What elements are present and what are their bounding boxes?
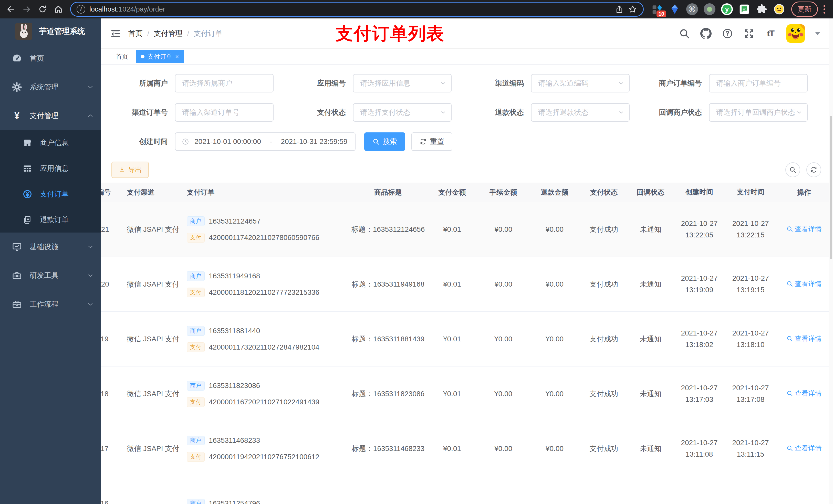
font-size-icon[interactable]: tT <box>765 28 776 39</box>
sidebar-item-app-info[interactable]: 应用信息 <box>0 156 101 181</box>
app-logo[interactable]: 芋道管理系统 <box>0 19 101 44</box>
avatar-caret-icon[interactable] <box>815 32 820 38</box>
sidebar-item-pay-order[interactable]: 支付订单 <box>0 181 101 207</box>
refund-status-input[interactable] <box>531 103 629 122</box>
profile-emoji-icon[interactable] <box>772 2 786 16</box>
merchant-order-no-input[interactable] <box>709 74 808 93</box>
tab-home[interactable]: 首页 <box>111 50 133 63</box>
app-select[interactable] <box>353 74 452 93</box>
sidebar-item-refund-order[interactable]: 退款订单 <box>0 207 101 233</box>
help-icon[interactable] <box>722 28 733 39</box>
chevron-down-icon <box>87 272 94 279</box>
browser-update-button[interactable]: 更新 <box>791 2 818 17</box>
app-input[interactable] <box>353 74 452 93</box>
table-row[interactable]: 116 商户1635311254796 <box>101 476 833 504</box>
create-time-range-picker[interactable]: 2021-10-01 00:00:00 - 2021-10-31 23:59:5… <box>175 133 356 151</box>
view-detail-link[interactable]: 查看详情 <box>786 334 822 343</box>
extension-blocks-icon[interactable]: 10 <box>650 2 664 16</box>
sidebar-item-infra[interactable]: 基础设施 <box>0 233 101 261</box>
address-bar[interactable]: i localhost:1024/pay/order <box>70 2 644 17</box>
home-button[interactable] <box>51 2 66 16</box>
breadcrumb-home[interactable]: 首页 <box>128 29 143 39</box>
search-icon[interactable] <box>679 28 690 39</box>
search-button[interactable]: 搜索 <box>364 133 405 151</box>
extension-kite-icon[interactable] <box>668 2 682 16</box>
refund-status-select[interactable] <box>531 103 629 122</box>
site-info-icon[interactable]: i <box>77 5 85 14</box>
sidebar-item-merchant-info[interactable]: 商户信息 <box>0 130 101 156</box>
forward-button[interactable] <box>20 2 34 16</box>
refund-amount: ¥0.00 <box>529 390 580 398</box>
extension-chat-icon[interactable] <box>737 2 751 16</box>
page-scrollbar[interactable] <box>829 19 833 504</box>
document-icon <box>23 215 32 224</box>
channel-code-select[interactable] <box>531 74 629 93</box>
sidebar-item-home[interactable]: 首页 <box>0 44 101 73</box>
col-header: 编号 <box>101 188 111 197</box>
sidebar-item-label: 首页 <box>30 53 94 63</box>
table-row[interactable]: 120 微信 JSAPI 支付 商户1635311949168 支付420000… <box>101 257 833 312</box>
toolbox-icon <box>12 299 22 309</box>
extension-record-icon[interactable] <box>703 2 716 16</box>
pay-time: 2021-10-2713:11:15 <box>725 437 776 460</box>
refresh-button[interactable] <box>806 162 821 177</box>
merchant-tag: 商户 <box>187 436 205 446</box>
channel-code-input[interactable] <box>531 74 629 93</box>
notify-status: 未通知 <box>627 334 674 344</box>
yen-circle-icon <box>23 189 32 199</box>
gear-icon <box>12 82 22 92</box>
main-area: 首页 / 支付管理 / 支付订单 支付订单列表 <box>101 19 833 504</box>
close-icon[interactable]: × <box>175 53 179 60</box>
url-text: localhost:1024/pay/order <box>89 5 165 13</box>
table-row[interactable]: 118 微信 JSAPI 支付 商户1635311823086 支付420000… <box>101 366 833 421</box>
github-icon[interactable] <box>700 28 712 39</box>
table-row[interactable]: 121 微信 JSAPI 支付 商户1635312124657 支付420000… <box>101 202 833 257</box>
reload-button[interactable] <box>35 2 50 16</box>
bookmark-star-icon[interactable] <box>628 5 637 14</box>
merchant-order-no: 1635312124657 <box>209 217 261 225</box>
notify-status-input[interactable] <box>709 103 808 122</box>
pay-status-input[interactable] <box>353 103 452 122</box>
back-button[interactable] <box>4 2 18 16</box>
breadcrumb-section[interactable]: 支付管理 <box>154 29 183 39</box>
notify-status-select[interactable] <box>709 103 808 122</box>
filter-label: 支付状态 <box>289 107 346 117</box>
export-button[interactable]: 导出 <box>112 162 149 178</box>
pay-channel: 微信 JSAPI 支付 <box>122 224 181 234</box>
view-detail-link[interactable]: 查看详情 <box>786 280 822 288</box>
sidebar-item-system[interactable]: 系统管理 <box>0 73 101 101</box>
extension-command-icon[interactable]: ⌘ <box>685 2 699 16</box>
breadcrumb: 首页 / 支付管理 / 支付订单 <box>128 29 222 39</box>
product-title: 标题：1635311949168 <box>350 280 427 289</box>
col-header: 支付状态 <box>580 188 627 197</box>
share-icon[interactable] <box>615 5 624 14</box>
merchant-order-no-field[interactable] <box>709 74 808 93</box>
scrollbar-thumb[interactable] <box>830 116 832 259</box>
browser-menu-icon[interactable] <box>819 5 829 14</box>
view-detail-link[interactable]: 查看详情 <box>786 389 822 398</box>
sidebar-item-payment[interactable]: ¥ 支付管理 <box>0 101 101 130</box>
view-detail-link[interactable]: 查看详情 <box>786 224 822 234</box>
merchant-tag: 商户 <box>187 499 205 504</box>
sidebar-fold-icon[interactable] <box>110 28 121 39</box>
reset-button[interactable]: 重置 <box>411 133 452 151</box>
channel-order-no-input[interactable] <box>175 103 273 122</box>
extension-y-icon[interactable]: y <box>720 2 734 16</box>
breadcrumb-separator: / <box>147 29 149 38</box>
table-row[interactable]: 119 微信 JSAPI 支付 商户1635311881440 支付420000… <box>101 312 833 366</box>
view-detail-link[interactable]: 查看详情 <box>786 444 822 453</box>
avatar[interactable] <box>786 24 805 43</box>
tab-pay-order[interactable]: 支付订单 × <box>136 50 184 63</box>
sidebar-item-workflow[interactable]: 工作流程 <box>0 290 101 318</box>
sidebar-item-dev-tools[interactable]: 研发工具 <box>0 261 101 290</box>
pay-status-select[interactable] <box>353 103 452 122</box>
toggle-search-button[interactable] <box>785 162 800 177</box>
notify-status: 未通知 <box>627 224 674 234</box>
merchant-input[interactable] <box>175 74 273 93</box>
merchant-select[interactable] <box>175 74 273 93</box>
table-row[interactable]: 117 微信 JSAPI 支付 商户1635311468233 支付420000… <box>101 421 833 476</box>
extensions-puzzle-icon[interactable] <box>755 2 769 16</box>
pay-tag: 支付 <box>187 342 205 352</box>
fullscreen-icon[interactable] <box>743 28 755 39</box>
channel-order-no-field[interactable] <box>175 103 273 122</box>
